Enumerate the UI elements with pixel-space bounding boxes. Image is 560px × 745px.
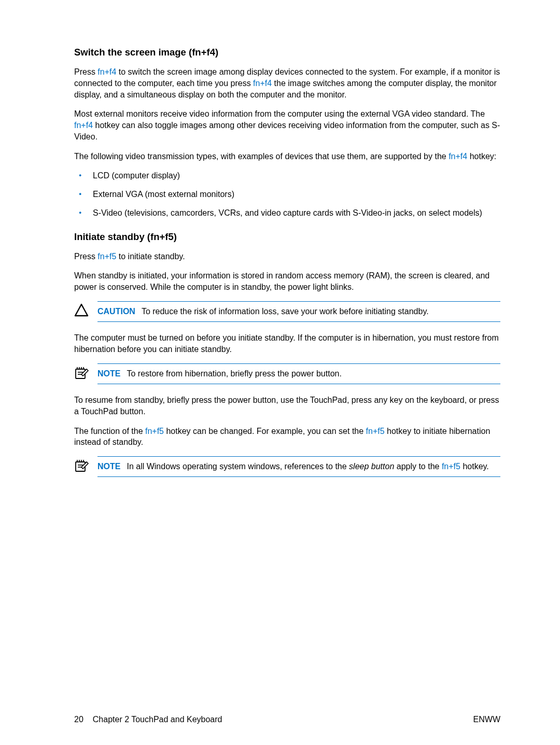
text-run: hotkey can also toggle images among othe… [74, 121, 500, 141]
text-run: apply to the [394, 462, 442, 471]
body-paragraph: To resume from standby, briefly press th… [74, 395, 500, 417]
text-run: hotkey can be changed. For example, you … [164, 427, 366, 435]
italic-text: sleep button [349, 462, 394, 471]
page-footer: 20Chapter 2 TouchPad and Keyboard ENWW [74, 715, 500, 724]
body-paragraph: Most external monitors receive video inf… [74, 108, 500, 142]
text-run: hotkey: [467, 152, 496, 161]
text-run: Press [74, 252, 97, 261]
footer-left: 20Chapter 2 TouchPad and Keyboard [74, 715, 222, 724]
note-icon [74, 456, 97, 473]
caution-callout: CAUTIONTo reduce the risk of information… [74, 301, 500, 322]
text-run: The following video transmission types, … [74, 152, 449, 161]
note-label: NOTE [97, 369, 120, 378]
list-item: External VGA (most external monitors) [74, 189, 500, 200]
text-run: In all Windows operating system windows,… [127, 462, 349, 471]
note-label: NOTE [97, 462, 120, 471]
note-icon [74, 363, 97, 380]
body-paragraph: Press fn+f5 to initiate standby. [74, 251, 500, 262]
callout-text: NOTEIn all Windows operating system wind… [97, 456, 500, 477]
bullet-list: LCD (computer display) External VGA (mos… [74, 170, 500, 218]
list-item: S-Video (televisions, camcorders, VCRs, … [74, 207, 500, 219]
caution-icon [74, 301, 97, 317]
document-page: Switch the screen image (fn+f4) Press fn… [0, 0, 560, 745]
section-heading-switch-image: Switch the screen image (fn+f4) [74, 47, 500, 58]
callout-text: NOTETo restore from hibernation, briefly… [97, 363, 500, 384]
hotkey-text: fn+f5 [97, 252, 116, 261]
body-paragraph: The function of the fn+f5 hotkey can be … [74, 426, 500, 448]
body-paragraph: When standby is initiated, your informat… [74, 270, 500, 293]
footer-right: ENWW [473, 715, 500, 724]
hotkey-text: fn+f4 [74, 121, 93, 130]
hotkey-text: fn+f5 [145, 427, 164, 435]
text-run: to initiate standby. [116, 252, 185, 261]
chapter-title: Chapter 2 TouchPad and Keyboard [93, 715, 222, 724]
text-run: Press [74, 67, 97, 76]
list-item: LCD (computer display) [74, 170, 500, 181]
text-run: To reduce the risk of information loss, … [142, 307, 429, 316]
hotkey-text: fn+f4 [253, 79, 272, 88]
hotkey-text: fn+f4 [97, 67, 116, 76]
note-callout: NOTEIn all Windows operating system wind… [74, 456, 500, 477]
callout-text: CAUTIONTo reduce the risk of information… [97, 301, 500, 322]
section-heading-initiate-standby: Initiate standby (fn+f5) [74, 231, 500, 243]
hotkey-text: fn+f4 [449, 152, 467, 161]
text-run: hotkey. [460, 462, 489, 471]
text-run: To restore from hibernation, briefly pre… [127, 369, 341, 378]
body-paragraph: The following video transmission types, … [74, 151, 500, 162]
body-paragraph: Press fn+f4 to switch the screen image a… [74, 66, 500, 100]
hotkey-text: fn+f5 [366, 427, 385, 435]
page-number: 20 [74, 715, 83, 724]
hotkey-text: fn+f5 [442, 462, 460, 471]
text-run: Most external monitors receive video inf… [74, 109, 485, 118]
text-run: The function of the [74, 427, 145, 435]
body-paragraph: The computer must be turned on before yo… [74, 332, 500, 355]
note-callout: NOTETo restore from hibernation, briefly… [74, 363, 500, 384]
caution-label: CAUTION [97, 307, 135, 316]
